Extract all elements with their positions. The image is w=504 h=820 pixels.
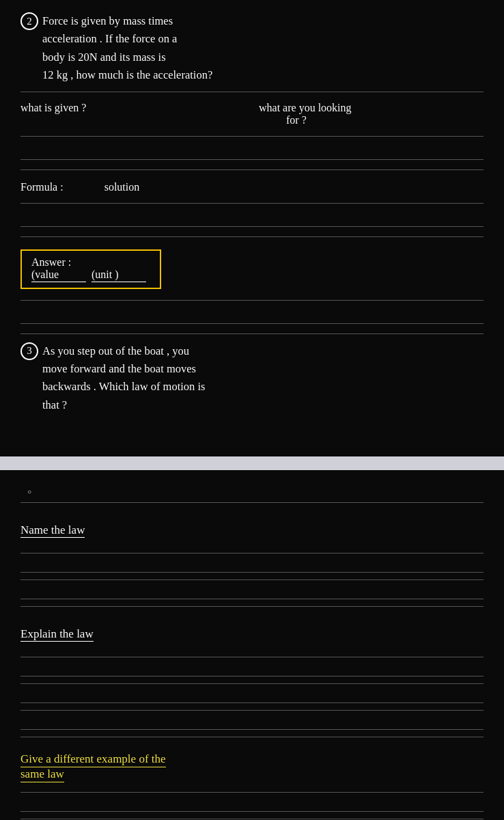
page-bottom: ○ Name the law Explain the law Give a di… <box>0 470 504 820</box>
q2-line1: Force is given by mass times <box>42 12 212 30</box>
blank-line-2 <box>20 213 484 227</box>
divider-b6 <box>20 683 484 684</box>
blank-line-3 <box>20 310 484 324</box>
unit-placeholder: (unit ) <box>92 269 146 282</box>
page-separator <box>0 456 504 463</box>
give-example-label: Give a different example of the <box>20 752 166 767</box>
formula-solution-row: Formula : solution <box>20 177 484 196</box>
solution-label: solution <box>104 181 140 193</box>
question-2-block: 2 Force is given by mass times accelerat… <box>20 12 484 85</box>
divider-b3 <box>20 579 484 580</box>
divider-6 <box>20 300 484 301</box>
name-the-law-section: Name the law <box>20 510 484 546</box>
divider-1 <box>20 92 484 92</box>
solution-col: solution <box>64 181 484 193</box>
for-label: for ? <box>259 114 484 126</box>
divider-4 <box>20 203 484 204</box>
what-looking-col: what are you looking for ? <box>245 102 484 126</box>
blank-b1 <box>20 560 484 573</box>
give-example-section: Give a different example of the same law <box>20 744 484 785</box>
divider-2 <box>20 136 484 137</box>
blank-b6 <box>20 800 484 812</box>
blank-b4 <box>20 691 484 703</box>
question-2-header: 2 Force is given by mass times accelerat… <box>20 12 484 85</box>
give-example-line2: same law <box>20 767 484 782</box>
question-3-block: 3 As you step out of the boat , you move… <box>20 342 484 415</box>
divider-b7 <box>20 710 484 711</box>
bullet-dot: ○ <box>20 488 484 495</box>
question-2-number: 2 <box>20 12 38 30</box>
name-the-law-label: Name the law <box>20 523 85 538</box>
what-given-label: what is given ? <box>20 102 86 113</box>
q2-line2: acceleration . If the force on a <box>42 30 212 48</box>
what-looking-label: what are you looking <box>259 102 484 114</box>
q3-line2: move forward and the boat moves <box>42 360 205 378</box>
answer-box: Answer : (value (unit ) <box>20 249 161 289</box>
divider-b9 <box>20 792 484 793</box>
q2-line4: 12 kg , how much is the acceleration? <box>42 66 212 84</box>
q3-line1: As you step out of the boat , you <box>42 342 205 360</box>
question-3-text: As you step out of the boat , you move f… <box>42 342 205 415</box>
divider-b2 <box>20 553 484 554</box>
same-law-label: same law <box>20 767 64 782</box>
q2-line3: body is 20N and its mass is <box>42 49 212 66</box>
blank-b3 <box>20 664 484 676</box>
formula-label: Formula : <box>20 181 64 193</box>
question-2-text: Force is given by mass times acceleratio… <box>42 12 212 85</box>
divider-7 <box>20 333 484 334</box>
q3-line4: that ? <box>42 396 205 414</box>
question-3-number: 3 <box>20 342 38 360</box>
divider-5 <box>20 236 484 237</box>
blank-line-1 <box>20 146 484 160</box>
given-looking-row: what is given ? what are you looking for… <box>20 99 484 129</box>
divider-3 <box>20 169 484 170</box>
divider-b5 <box>20 657 484 657</box>
question-3-header: 3 As you step out of the boat , you move… <box>20 342 484 415</box>
divider-b1 <box>20 502 484 503</box>
divider-b10 <box>20 819 484 819</box>
answer-section: Answer : (value (unit ) <box>20 244 484 293</box>
explain-the-law-section: Explain the law <box>20 614 484 650</box>
divider-b8 <box>20 737 484 737</box>
answer-value-line: (value (unit ) <box>31 269 146 282</box>
blank-b2 <box>20 587 484 599</box>
divider-b4 <box>20 606 484 607</box>
blank-b5 <box>20 718 484 730</box>
q3-line3: backwards . Which law of motion is <box>42 378 205 396</box>
value-placeholder: (value <box>31 269 86 282</box>
page-top: 2 Force is given by mass times accelerat… <box>0 0 504 456</box>
give-example-line1: Give a different example of the <box>20 752 484 767</box>
what-given-col: what is given ? <box>20 102 245 114</box>
formula-col: Formula : <box>20 181 64 193</box>
explain-the-law-label: Explain the law <box>20 627 94 642</box>
answer-label: Answer : <box>31 256 146 269</box>
